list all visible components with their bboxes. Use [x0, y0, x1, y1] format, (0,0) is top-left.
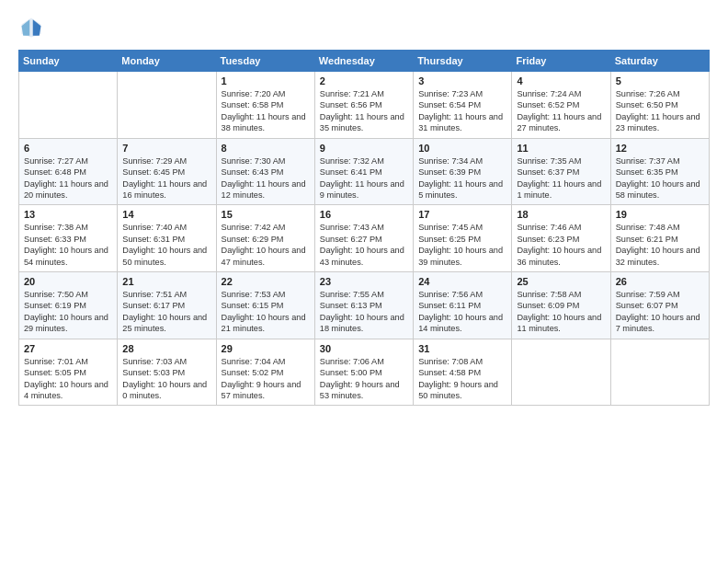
calendar-cell: 5Sunrise: 7:26 AM Sunset: 6:50 PM Daylig…: [610, 72, 709, 139]
day-number: 20: [24, 276, 112, 287]
header: [18, 15, 710, 40]
day-number: 7: [122, 143, 210, 154]
week-row-5: 27Sunrise: 7:01 AM Sunset: 5:05 PM Dayli…: [19, 339, 710, 406]
day-info: Sunrise: 7:23 AM Sunset: 6:54 PM Dayligh…: [418, 88, 506, 134]
day-number: 26: [616, 276, 704, 287]
week-row-1: 1Sunrise: 7:20 AM Sunset: 6:58 PM Daylig…: [19, 72, 710, 139]
day-number: 3: [418, 75, 506, 86]
weekday-header-wednesday: Wednesday: [314, 51, 413, 72]
calendar-cell: 27Sunrise: 7:01 AM Sunset: 5:05 PM Dayli…: [19, 339, 118, 406]
calendar-cell: 9Sunrise: 7:32 AM Sunset: 6:41 PM Daylig…: [314, 138, 413, 205]
day-number: 10: [418, 143, 506, 154]
calendar-cell: 4Sunrise: 7:24 AM Sunset: 6:52 PM Daylig…: [512, 72, 610, 139]
day-info: Sunrise: 7:42 AM Sunset: 6:29 PM Dayligh…: [222, 222, 310, 268]
week-row-3: 13Sunrise: 7:38 AM Sunset: 6:33 PM Dayli…: [19, 205, 710, 272]
weekday-header-friday: Friday: [512, 51, 610, 72]
calendar-cell: 24Sunrise: 7:56 AM Sunset: 6:11 PM Dayli…: [414, 272, 512, 339]
calendar-cell: 30Sunrise: 7:06 AM Sunset: 5:00 PM Dayli…: [314, 339, 413, 406]
day-number: 9: [320, 143, 408, 154]
day-info: Sunrise: 7:03 AM Sunset: 5:03 PM Dayligh…: [122, 356, 210, 402]
week-row-2: 6Sunrise: 7:27 AM Sunset: 6:48 PM Daylig…: [19, 138, 710, 205]
day-info: Sunrise: 7:35 AM Sunset: 6:37 PM Dayligh…: [517, 155, 605, 201]
calendar-cell: 1Sunrise: 7:20 AM Sunset: 6:58 PM Daylig…: [216, 72, 314, 139]
day-number: 21: [122, 276, 210, 287]
calendar-cell: 7Sunrise: 7:29 AM Sunset: 6:45 PM Daylig…: [118, 138, 216, 205]
day-number: 2: [320, 75, 408, 86]
day-info: Sunrise: 7:40 AM Sunset: 6:31 PM Dayligh…: [122, 222, 210, 268]
day-number: 31: [418, 343, 506, 354]
day-info: Sunrise: 7:27 AM Sunset: 6:48 PM Dayligh…: [24, 155, 112, 201]
day-info: Sunrise: 7:46 AM Sunset: 6:23 PM Dayligh…: [517, 222, 605, 268]
weekday-header-sunday: Sunday: [19, 51, 118, 72]
day-number: 27: [24, 343, 112, 354]
calendar-cell: 28Sunrise: 7:03 AM Sunset: 5:03 PM Dayli…: [118, 339, 216, 406]
calendar-cell: [19, 72, 118, 139]
day-info: Sunrise: 7:51 AM Sunset: 6:17 PM Dayligh…: [122, 289, 210, 335]
weekday-header-row: SundayMondayTuesdayWednesdayThursdayFrid…: [19, 51, 710, 72]
day-info: Sunrise: 7:50 AM Sunset: 6:19 PM Dayligh…: [24, 289, 112, 335]
week-row-4: 20Sunrise: 7:50 AM Sunset: 6:19 PM Dayli…: [19, 272, 710, 339]
day-number: 17: [418, 209, 506, 220]
calendar-cell: 17Sunrise: 7:45 AM Sunset: 6:25 PM Dayli…: [414, 205, 512, 272]
day-info: Sunrise: 7:53 AM Sunset: 6:15 PM Dayligh…: [222, 289, 310, 335]
day-number: 1: [222, 75, 310, 86]
day-info: Sunrise: 7:30 AM Sunset: 6:43 PM Dayligh…: [222, 155, 310, 201]
day-number: 6: [24, 143, 112, 154]
day-info: Sunrise: 7:43 AM Sunset: 6:27 PM Dayligh…: [320, 222, 408, 268]
calendar-cell: 20Sunrise: 7:50 AM Sunset: 6:19 PM Dayli…: [19, 272, 118, 339]
calendar-cell: 22Sunrise: 7:53 AM Sunset: 6:15 PM Dayli…: [216, 272, 314, 339]
calendar-cell: 13Sunrise: 7:38 AM Sunset: 6:33 PM Dayli…: [19, 205, 118, 272]
calendar-cell: 16Sunrise: 7:43 AM Sunset: 6:27 PM Dayli…: [314, 205, 413, 272]
calendar-cell: 15Sunrise: 7:42 AM Sunset: 6:29 PM Dayli…: [216, 205, 314, 272]
calendar-cell: [512, 339, 610, 406]
calendar: SundayMondayTuesdayWednesdayThursdayFrid…: [18, 50, 710, 406]
day-number: 18: [517, 209, 605, 220]
day-info: Sunrise: 7:56 AM Sunset: 6:11 PM Dayligh…: [418, 289, 506, 335]
day-number: 14: [122, 209, 210, 220]
day-number: 15: [222, 209, 310, 220]
calendar-cell: 29Sunrise: 7:04 AM Sunset: 5:02 PM Dayli…: [216, 339, 314, 406]
day-number: 12: [616, 143, 704, 154]
calendar-cell: 6Sunrise: 7:27 AM Sunset: 6:48 PM Daylig…: [19, 138, 118, 205]
calendar-cell: 12Sunrise: 7:37 AM Sunset: 6:35 PM Dayli…: [610, 138, 709, 205]
calendar-cell: 3Sunrise: 7:23 AM Sunset: 6:54 PM Daylig…: [414, 72, 512, 139]
calendar-cell: 19Sunrise: 7:48 AM Sunset: 6:21 PM Dayli…: [610, 205, 709, 272]
day-number: 25: [517, 276, 605, 287]
day-info: Sunrise: 7:38 AM Sunset: 6:33 PM Dayligh…: [24, 222, 112, 268]
calendar-cell: 26Sunrise: 7:59 AM Sunset: 6:07 PM Dayli…: [610, 272, 709, 339]
day-number: 16: [320, 209, 408, 220]
day-number: 4: [517, 75, 605, 86]
day-info: Sunrise: 7:59 AM Sunset: 6:07 PM Dayligh…: [616, 289, 704, 335]
calendar-cell: 25Sunrise: 7:58 AM Sunset: 6:09 PM Dayli…: [512, 272, 610, 339]
calendar-cell: 10Sunrise: 7:34 AM Sunset: 6:39 PM Dayli…: [414, 138, 512, 205]
day-number: 22: [222, 276, 310, 287]
day-number: 11: [517, 143, 605, 154]
logo: [18, 15, 48, 40]
calendar-cell: 23Sunrise: 7:55 AM Sunset: 6:13 PM Dayli…: [314, 272, 413, 339]
day-info: Sunrise: 7:37 AM Sunset: 6:35 PM Dayligh…: [616, 155, 704, 201]
day-info: Sunrise: 7:26 AM Sunset: 6:50 PM Dayligh…: [616, 88, 704, 134]
logo-icon: [18, 15, 44, 40]
day-info: Sunrise: 7:20 AM Sunset: 6:58 PM Dayligh…: [222, 88, 310, 134]
day-number: 23: [320, 276, 408, 287]
weekday-header-tuesday: Tuesday: [216, 51, 314, 72]
day-info: Sunrise: 7:55 AM Sunset: 6:13 PM Dayligh…: [320, 289, 408, 335]
day-info: Sunrise: 7:48 AM Sunset: 6:21 PM Dayligh…: [616, 222, 704, 268]
calendar-cell: 2Sunrise: 7:21 AM Sunset: 6:56 PM Daylig…: [314, 72, 413, 139]
day-number: 30: [320, 343, 408, 354]
day-info: Sunrise: 7:08 AM Sunset: 4:58 PM Dayligh…: [418, 356, 506, 402]
calendar-cell: 18Sunrise: 7:46 AM Sunset: 6:23 PM Dayli…: [512, 205, 610, 272]
day-info: Sunrise: 7:32 AM Sunset: 6:41 PM Dayligh…: [320, 155, 408, 201]
day-number: 5: [616, 75, 704, 86]
calendar-cell: 11Sunrise: 7:35 AM Sunset: 6:37 PM Dayli…: [512, 138, 610, 205]
day-number: 8: [222, 143, 310, 154]
day-info: Sunrise: 7:21 AM Sunset: 6:56 PM Dayligh…: [320, 88, 408, 134]
day-number: 28: [122, 343, 210, 354]
day-info: Sunrise: 7:45 AM Sunset: 6:25 PM Dayligh…: [418, 222, 506, 268]
calendar-cell: [118, 72, 216, 139]
calendar-cell: [610, 339, 709, 406]
weekday-header-thursday: Thursday: [414, 51, 512, 72]
day-info: Sunrise: 7:58 AM Sunset: 6:09 PM Dayligh…: [517, 289, 605, 335]
calendar-cell: 21Sunrise: 7:51 AM Sunset: 6:17 PM Dayli…: [118, 272, 216, 339]
day-info: Sunrise: 7:29 AM Sunset: 6:45 PM Dayligh…: [122, 155, 210, 201]
